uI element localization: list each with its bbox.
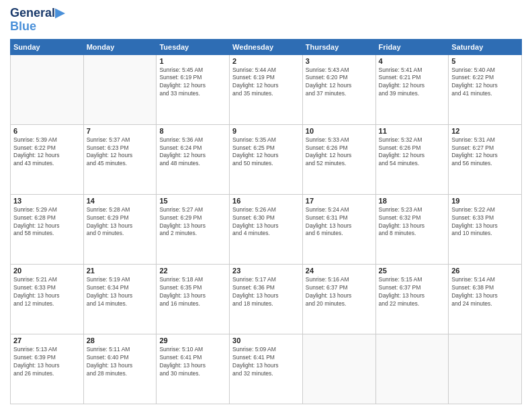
calendar-cell: 11Sunrise: 5:32 AMSunset: 6:26 PMDayligh…: [375, 124, 449, 194]
day-number: 11: [379, 127, 446, 135]
day-info: Sunrise: 5:36 AMSunset: 6:24 PMDaylight:…: [159, 136, 226, 169]
day-header-saturday: Saturday: [449, 39, 522, 54]
day-info: Sunrise: 5:40 AMSunset: 6:22 PMDaylight:…: [451, 66, 519, 99]
calendar-cell: [83, 54, 157, 124]
calendar-table: SundayMondayTuesdayWednesdayThursdayFrid…: [10, 39, 522, 404]
day-number: 7: [87, 127, 154, 135]
day-number: 6: [13, 127, 81, 135]
day-number: 23: [232, 267, 300, 275]
calendar-cell: 27Sunrise: 5:13 AMSunset: 6:39 PMDayligh…: [11, 334, 84, 404]
day-info: Sunrise: 5:15 AMSunset: 6:37 PMDaylight:…: [379, 276, 446, 308]
day-info: Sunrise: 5:19 AMSunset: 6:34 PMDaylight:…: [87, 276, 154, 308]
day-info: Sunrise: 5:27 AMSunset: 6:29 PMDaylight:…: [159, 206, 226, 238]
day-number: 3: [306, 57, 373, 65]
day-number: 22: [159, 267, 226, 275]
logo: General▶ Blue: [10, 7, 64, 34]
day-info: Sunrise: 5:28 AMSunset: 6:29 PMDaylight:…: [87, 206, 154, 238]
day-number: 14: [87, 197, 154, 205]
day-number: 4: [379, 57, 446, 65]
day-info: Sunrise: 5:44 AMSunset: 6:19 PMDaylight:…: [232, 66, 300, 99]
calendar-cell: [302, 334, 375, 404]
calendar-cell: 10Sunrise: 5:33 AMSunset: 6:26 PMDayligh…: [302, 124, 375, 194]
day-info: Sunrise: 5:17 AMSunset: 6:36 PMDaylight:…: [232, 276, 300, 308]
day-number: 28: [87, 336, 154, 345]
day-info: Sunrise: 5:31 AMSunset: 6:27 PMDaylight:…: [451, 136, 519, 169]
calendar-cell: 29Sunrise: 5:10 AMSunset: 6:41 PMDayligh…: [157, 334, 230, 404]
day-number: 25: [379, 267, 446, 275]
day-info: Sunrise: 5:35 AMSunset: 6:25 PMDaylight:…: [232, 136, 300, 169]
day-header-thursday: Thursday: [302, 39, 375, 54]
day-number: 9: [232, 127, 300, 135]
day-number: 15: [159, 197, 226, 205]
calendar-cell: 28Sunrise: 5:11 AMSunset: 6:40 PMDayligh…: [83, 334, 157, 404]
day-number: 21: [87, 267, 154, 275]
day-info: Sunrise: 5:14 AMSunset: 6:38 PMDaylight:…: [451, 276, 519, 308]
calendar-cell: 13Sunrise: 5:29 AMSunset: 6:28 PMDayligh…: [11, 194, 84, 264]
week-row-3: 13Sunrise: 5:29 AMSunset: 6:28 PMDayligh…: [11, 194, 522, 264]
calendar-cell: 1Sunrise: 5:45 AMSunset: 6:19 PMDaylight…: [157, 54, 230, 124]
day-info: Sunrise: 5:24 AMSunset: 6:31 PMDaylight:…: [306, 206, 373, 238]
day-header-row: SundayMondayTuesdayWednesdayThursdayFrid…: [11, 39, 522, 54]
calendar-cell: 25Sunrise: 5:15 AMSunset: 6:37 PMDayligh…: [375, 264, 449, 334]
day-number: 16: [232, 197, 300, 205]
logo-blue: Blue: [10, 20, 64, 34]
calendar-cell: 19Sunrise: 5:22 AMSunset: 6:33 PMDayligh…: [449, 194, 522, 264]
header: General▶ Blue: [10, 7, 522, 34]
day-info: Sunrise: 5:16 AMSunset: 6:37 PMDaylight:…: [306, 276, 373, 308]
day-info: Sunrise: 5:39 AMSunset: 6:22 PMDaylight:…: [13, 136, 81, 169]
day-number: 1: [159, 57, 226, 65]
day-number: 24: [306, 267, 373, 275]
day-header-monday: Monday: [83, 39, 157, 54]
day-info: Sunrise: 5:18 AMSunset: 6:35 PMDaylight:…: [159, 276, 226, 308]
day-header-tuesday: Tuesday: [157, 39, 230, 54]
calendar-cell: 18Sunrise: 5:23 AMSunset: 6:32 PMDayligh…: [375, 194, 449, 264]
calendar-cell: [11, 54, 84, 124]
day-number: 29: [159, 336, 226, 345]
calendar-cell: 20Sunrise: 5:21 AMSunset: 6:33 PMDayligh…: [11, 264, 84, 334]
day-number: 5: [451, 57, 519, 65]
day-number: 27: [13, 336, 81, 345]
day-number: 2: [232, 57, 300, 65]
day-info: Sunrise: 5:32 AMSunset: 6:26 PMDaylight:…: [379, 136, 446, 169]
week-row-1: 1Sunrise: 5:45 AMSunset: 6:19 PMDaylight…: [11, 54, 522, 124]
day-number: 17: [306, 197, 373, 205]
day-info: Sunrise: 5:29 AMSunset: 6:28 PMDaylight:…: [13, 206, 81, 238]
calendar-cell: 3Sunrise: 5:43 AMSunset: 6:20 PMDaylight…: [302, 54, 375, 124]
day-info: Sunrise: 5:33 AMSunset: 6:26 PMDaylight:…: [306, 136, 373, 169]
day-info: Sunrise: 5:11 AMSunset: 6:40 PMDaylight:…: [87, 346, 154, 378]
day-info: Sunrise: 5:22 AMSunset: 6:33 PMDaylight:…: [451, 206, 519, 238]
day-number: 30: [232, 336, 300, 345]
day-info: Sunrise: 5:26 AMSunset: 6:30 PMDaylight:…: [232, 206, 300, 238]
calendar-cell: 7Sunrise: 5:37 AMSunset: 6:23 PMDaylight…: [83, 124, 157, 194]
day-info: Sunrise: 5:41 AMSunset: 6:21 PMDaylight:…: [379, 66, 446, 99]
day-header-friday: Friday: [375, 39, 449, 54]
day-info: Sunrise: 5:23 AMSunset: 6:32 PMDaylight:…: [379, 206, 446, 238]
calendar-cell: 15Sunrise: 5:27 AMSunset: 6:29 PMDayligh…: [157, 194, 230, 264]
calendar-cell: 5Sunrise: 5:40 AMSunset: 6:22 PMDaylight…: [449, 54, 522, 124]
page: General▶ Blue SundayMondayTuesdayWednesd…: [0, 0, 532, 411]
calendar-cell: 8Sunrise: 5:36 AMSunset: 6:24 PMDaylight…: [157, 124, 230, 194]
week-row-4: 20Sunrise: 5:21 AMSunset: 6:33 PMDayligh…: [11, 264, 522, 334]
calendar-cell: 9Sunrise: 5:35 AMSunset: 6:25 PMDaylight…: [230, 124, 303, 194]
day-info: Sunrise: 5:21 AMSunset: 6:33 PMDaylight:…: [13, 276, 81, 308]
day-number: 19: [451, 197, 519, 205]
day-number: 26: [451, 267, 519, 275]
calendar-cell: 14Sunrise: 5:28 AMSunset: 6:29 PMDayligh…: [83, 194, 157, 264]
calendar-cell: 4Sunrise: 5:41 AMSunset: 6:21 PMDaylight…: [375, 54, 449, 124]
day-info: Sunrise: 5:09 AMSunset: 6:41 PMDaylight:…: [232, 346, 300, 378]
calendar-cell: 30Sunrise: 5:09 AMSunset: 6:41 PMDayligh…: [230, 334, 303, 404]
logo-text: General▶: [10, 7, 64, 20]
day-header-wednesday: Wednesday: [230, 39, 303, 54]
day-info: Sunrise: 5:43 AMSunset: 6:20 PMDaylight:…: [306, 66, 373, 99]
day-header-sunday: Sunday: [11, 39, 84, 54]
calendar-cell: [449, 334, 522, 404]
day-number: 10: [306, 127, 373, 135]
calendar-cell: 6Sunrise: 5:39 AMSunset: 6:22 PMDaylight…: [11, 124, 84, 194]
day-number: 18: [379, 197, 446, 205]
calendar-cell: 23Sunrise: 5:17 AMSunset: 6:36 PMDayligh…: [230, 264, 303, 334]
week-row-2: 6Sunrise: 5:39 AMSunset: 6:22 PMDaylight…: [11, 124, 522, 194]
day-info: Sunrise: 5:37 AMSunset: 6:23 PMDaylight:…: [87, 136, 154, 169]
week-row-5: 27Sunrise: 5:13 AMSunset: 6:39 PMDayligh…: [11, 334, 522, 404]
calendar-cell: 24Sunrise: 5:16 AMSunset: 6:37 PMDayligh…: [302, 264, 375, 334]
calendar-cell: 16Sunrise: 5:26 AMSunset: 6:30 PMDayligh…: [230, 194, 303, 264]
